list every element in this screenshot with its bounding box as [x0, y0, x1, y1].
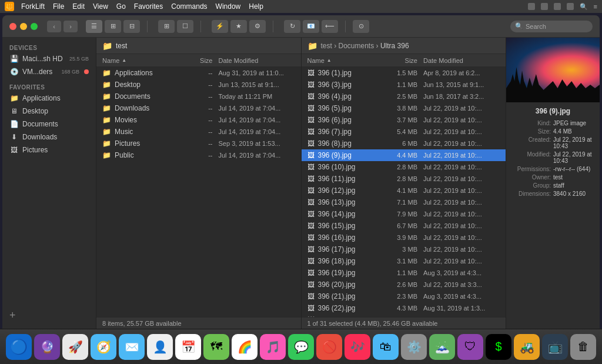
column-view-button[interactable]: ⊞ [105, 20, 121, 33]
dock-screen[interactable]: 📺 [542, 334, 568, 360]
right-file-row[interactable]: 🖼 396 (22).jpg 4.3 MB Aug 31, 2019 at 1:… [302, 302, 506, 314]
left-file-row[interactable]: 📁 Applications -- Aug 31, 2019 at 11:0..… [96, 67, 301, 79]
dock-mail[interactable]: ✉️ [119, 334, 145, 360]
settings-button[interactable]: ⚙ [249, 20, 266, 33]
file-size: 4.1 MB [376, 187, 417, 194]
left-col-name[interactable]: Name ▲ [102, 57, 172, 64]
preview-owner-value: test [553, 174, 595, 181]
dock-itunes[interactable]: 🎵 [260, 334, 286, 360]
right-file-row[interactable]: 🖼 396 (17).jpg 3 MB Jul 22, 2019 at 10:.… [302, 243, 506, 255]
preview-owner-label: Owner: [511, 174, 551, 181]
menu-view[interactable]: View [93, 2, 108, 11]
dock-do-not-disturb[interactable]: 🚫 [316, 334, 342, 360]
sync-button[interactable]: ↻ [284, 20, 300, 33]
sidebar-item-documents[interactable]: 📄 Documents [2, 118, 96, 131]
menu-forklift[interactable]: ForkLift [21, 2, 45, 11]
sidebar-item-downloads[interactable]: ⬇ Downloads [2, 131, 96, 143]
right-file-row[interactable]: 🖼 396 (3).jpg 1.1 MB Jun 13, 2015 at 9:1… [302, 79, 506, 91]
dock-siri[interactable]: 🔮 [34, 334, 60, 360]
left-file-row[interactable]: 📁 Music -- Jul 14, 2019 at 7:04... [96, 126, 301, 138]
sidebar-device-vm[interactable]: 💿 VM...ders 168 GB [2, 65, 96, 78]
jpeg-icon: 🖼 [307, 69, 315, 77]
left-file-row[interactable]: 📁 Movies -- Jul 14, 2019 at 7:04... [96, 114, 301, 126]
dock-launchpad[interactable]: 🚀 [62, 334, 88, 360]
right-file-row[interactable]: 🖼 396 (15).jpg 6.7 MB Jul 22, 2019 at 10… [302, 220, 506, 232]
right-file-row[interactable]: 🖼 396 (13).jpg 7.1 MB Jul 22, 2019 at 10… [302, 196, 506, 208]
menu-help[interactable]: Help [249, 2, 263, 11]
dock-messages[interactable]: 💬 [288, 334, 314, 360]
dock-contacts[interactable]: 👤 [147, 334, 173, 360]
right-file-row[interactable]: 🖼 396 (12).jpg 4.1 MB Jul 22, 2019 at 10… [302, 185, 506, 196]
dock-calendar[interactable]: 📅 [175, 334, 201, 360]
dock-maps[interactable]: 🗺 [203, 334, 229, 360]
upload-button[interactable]: ⊙ [353, 20, 369, 33]
add-button[interactable]: + [2, 307, 96, 324]
right-status-text: 1 of 31 selected (4.4 MB), 25.46 GB avai… [307, 320, 438, 327]
left-file-row[interactable]: 📁 Public -- Jul 14, 2019 at 7:04... [96, 149, 301, 161]
toolbar-separator-3 [273, 21, 273, 32]
minimize-button[interactable] [20, 23, 27, 30]
right-file-row[interactable]: 🖼 396 (5).jpg 3.8 MB Jul 22, 2019 at 10:… [302, 102, 506, 114]
right-file-row[interactable]: 🖼 396 (19).jpg 1.1 MB Aug 3, 2019 at 4:3… [302, 267, 506, 279]
right-col-name[interactable]: Name ▲ [307, 57, 377, 64]
sidebar-item-pictures[interactable]: 🖼 Pictures [2, 143, 96, 156]
right-file-row[interactable]: 🖼 396 (1).jpg 1.5 MB Apr 8, 2019 at 6:2.… [302, 67, 506, 79]
list-view-button[interactable]: ☰ [86, 20, 102, 33]
icon-view-button[interactable]: ⊟ [123, 20, 140, 33]
dock-shield[interactable]: 🛡 [457, 334, 483, 360]
share-button[interactable]: ⟵ [322, 20, 338, 33]
menu-window[interactable]: Window [216, 2, 241, 11]
right-file-row[interactable]: 🖼 396 (16).jpg 3.9 MB Jul 22, 2019 at 10… [302, 232, 506, 243]
menu-commands[interactable]: Commands [171, 2, 207, 11]
right-file-row[interactable]: 🖼 396 (14).jpg 7.9 MB Jul 22, 2019 at 10… [302, 208, 506, 220]
right-file-row[interactable]: 🖼 396 (10).jpg 2.8 MB Jul 22, 2019 at 10… [302, 161, 506, 173]
menu-edit[interactable]: Edit [72, 2, 85, 11]
file-name: Documents [115, 92, 172, 101]
back-button[interactable]: ‹ [47, 21, 61, 32]
left-col-date[interactable]: Date Modified [213, 57, 295, 64]
right-col-date[interactable]: Date Modified [417, 57, 500, 64]
right-col-size[interactable]: Size [376, 57, 417, 64]
column-view-btn2[interactable]: ⊞ [158, 20, 175, 33]
dock-forklift[interactable]: 🚜 [514, 334, 540, 360]
menu-go[interactable]: Go [116, 2, 126, 11]
dock-trash[interactable]: 🗑 [570, 334, 596, 360]
dock-maps2[interactable]: 🗻 [429, 334, 455, 360]
left-file-row[interactable]: 📁 Documents -- Today at 11:21 PM [96, 91, 301, 102]
dock-safari[interactable]: 🧭 [91, 334, 116, 360]
right-file-row[interactable]: 🖼 396 (11).jpg 2.8 MB Jul 22, 2019 at 10… [302, 173, 506, 185]
dock-appstore[interactable]: 🛍 [373, 334, 399, 360]
dock-finder[interactable]: 🔵 [6, 334, 32, 360]
sidebar-device-macintosh[interactable]: 💾 Maci...sh HD 25.5 GB [2, 52, 96, 65]
dock-systemprefs[interactable]: ⚙️ [401, 334, 427, 360]
lightning-button[interactable]: ⚡ [212, 20, 228, 33]
right-file-row[interactable]: 🖼 396 (7).jpg 5.4 MB Jul 22, 2019 at 10:… [302, 126, 506, 138]
left-col-size[interactable]: Size [172, 57, 213, 64]
star-button[interactable]: ★ [230, 20, 247, 33]
menu-favorites[interactable]: Favorites [134, 2, 163, 11]
close-button[interactable] [9, 23, 16, 30]
sidebar-item-applications[interactable]: 📁 Applications [2, 92, 96, 105]
search-box[interactable]: 🔍 Search [510, 21, 593, 32]
dock-photos[interactable]: 🌈 [232, 334, 257, 360]
right-file-row[interactable]: 🖼 396 (20).jpg 2.6 MB Jul 22, 2019 at 3:… [302, 279, 506, 290]
dock-terminal[interactable]: $ [486, 334, 511, 360]
right-file-row[interactable]: 🖼 396 (9).jpg 4.4 MB Jul 22, 2019 at 10:… [302, 149, 506, 161]
sidebar-item-desktop[interactable]: 🖥 Desktop [2, 105, 96, 118]
left-file-row[interactable]: 📁 Downloads -- Jul 14, 2019 at 7:04... [96, 102, 301, 114]
connect-button[interactable]: 📧 [303, 20, 319, 33]
right-file-row[interactable]: 🖼 396 (4).jpg 2.5 MB Jun 18, 2017 at 3:2… [302, 91, 506, 102]
right-file-row[interactable]: 🖼 396 (18).jpg 3.1 MB Jul 22, 2019 at 10… [302, 255, 506, 267]
right-col-headers: Name ▲ Size Date Modified [302, 54, 506, 67]
preview-size-value: 4.4 MB [553, 128, 595, 135]
maximize-button[interactable] [31, 23, 38, 30]
left-file-row[interactable]: 📁 Desktop -- Jun 13, 2015 at 9:1... [96, 79, 301, 91]
right-file-row[interactable]: 🖼 396 (8).jpg 6 MB Jul 22, 2019 at 10:..… [302, 138, 506, 149]
new-folder-button[interactable]: ☐ [177, 20, 193, 33]
right-file-row[interactable]: 🖼 396 (6).jpg 3.7 MB Jul 22, 2019 at 10:… [302, 114, 506, 126]
menu-file[interactable]: File [53, 2, 64, 11]
dock-music[interactable]: 🎶 [345, 334, 370, 360]
right-file-row[interactable]: 🖼 396 (21).jpg 2.3 MB Aug 3, 2019 at 4:3… [302, 290, 506, 302]
forward-button[interactable]: › [63, 21, 78, 32]
left-file-row[interactable]: 📁 Pictures -- Sep 3, 2019 at 1:53... [96, 138, 301, 149]
